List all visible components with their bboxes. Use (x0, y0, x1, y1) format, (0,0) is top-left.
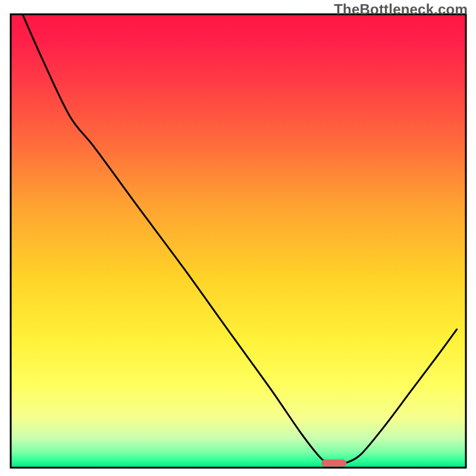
gradient-background (11, 14, 466, 468)
bottleneck-chart (0, 0, 476, 476)
watermark-text: TheBottleneck.com (334, 1, 468, 18)
chart-container: TheBottleneck.com (0, 0, 476, 476)
optimal-marker (321, 459, 346, 466)
